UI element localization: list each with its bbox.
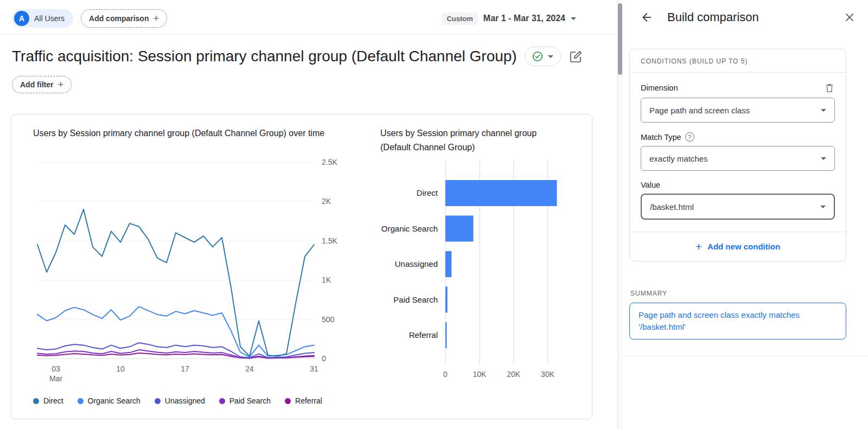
summary-chip: Page path and screen class exactly match…	[629, 303, 846, 340]
conditions-header: CONDITIONS (BUILD UP TO 5)	[630, 49, 846, 73]
line-chart-title: Users by Session primary channel group (…	[33, 126, 326, 140]
trash-icon[interactable]	[824, 82, 835, 93]
add-comparison-label: Add comparison	[89, 14, 149, 23]
bar-referral	[445, 322, 447, 348]
value-label: Value	[641, 181, 660, 189]
back-arrow-icon[interactable]	[640, 11, 653, 24]
y-axis-tick-label: 500	[322, 315, 335, 324]
page-title: Traffic acquisition: Session primary cha…	[12, 48, 517, 65]
legend-dot	[33, 398, 39, 404]
dimension-select-value: Page path and screen class	[649, 106, 750, 115]
x-axis-tick-label: 10	[116, 364, 125, 373]
legend-item: Paid Search	[219, 396, 271, 405]
x-axis-tick-label: 0	[443, 370, 448, 379]
x-axis-tick-label: 30K	[541, 370, 555, 379]
legend-label: Direct	[43, 396, 63, 405]
legend-dot	[285, 398, 291, 404]
bar-category-label: Paid Search	[393, 295, 438, 304]
x-axis-tick-label: 10K	[473, 370, 487, 379]
line-series-direct	[37, 209, 314, 356]
legend-item: Unassigned	[155, 396, 205, 405]
plus-icon: +	[153, 14, 159, 23]
bar-category-label: Organic Search	[381, 224, 438, 233]
data-quality-pill[interactable]	[525, 47, 561, 66]
y-axis-tick-label: 2.5K	[322, 158, 337, 167]
all-users-label: All Users	[34, 14, 65, 23]
bar-category-label: Referral	[409, 330, 438, 340]
main-report-area: A All Users Add comparison + Custom Mar …	[0, 0, 617, 429]
legend-label: Organic Search	[88, 396, 141, 405]
bar-organic-search	[445, 216, 474, 242]
x-axis-tick-sublabel: Mar	[49, 374, 62, 383]
y-axis-tick-label: 2K	[322, 197, 331, 206]
bar-category-label: Direct	[417, 188, 438, 197]
date-range-type-badge: Custom	[442, 12, 477, 25]
match-type-select-value: exactly matches	[649, 154, 708, 163]
date-range-picker[interactable]: Custom Mar 1 - Mar 31, 2024	[442, 12, 576, 25]
summary-header: SUMMARY	[630, 290, 667, 297]
conditions-card: CONDITIONS (BUILD UP TO 5) Dimension Pag…	[629, 49, 846, 261]
x-axis-tick-label: 24	[245, 364, 254, 373]
bar-chart-title: Users by Session primary channel group (…	[380, 126, 548, 155]
dimension-label: Dimension	[641, 84, 678, 92]
bar-unassigned	[445, 251, 451, 277]
line-series-organic-search	[37, 306, 314, 357]
plus-icon: +	[695, 241, 702, 252]
add-filter-label: Add filter	[20, 80, 53, 89]
plus-icon: +	[58, 80, 63, 89]
dimension-select[interactable]: Page path and screen class	[641, 98, 835, 123]
panel-header: Build comparison	[623, 0, 868, 35]
vertical-scrollbar-thumb[interactable]	[618, 3, 622, 75]
legend-label: Referral	[295, 396, 322, 405]
avatar: A	[14, 11, 29, 26]
charts-card: Users by Session primary channel group (…	[11, 114, 592, 419]
x-axis-tick-label: 17	[181, 364, 189, 373]
line-chart-svg: 05001K1.5K2K2.5K03Mar10172431	[33, 153, 359, 384]
chevron-down-icon	[821, 157, 826, 160]
y-axis-tick-label: 1K	[322, 276, 331, 284]
bar-chart-svg: 010K20K30KDirectOrganic SearchUnassigned…	[369, 152, 586, 380]
add-new-condition-button[interactable]: + Add new condition	[630, 232, 846, 261]
panel-title: Build comparison	[667, 10, 829, 24]
legend-item: Organic Search	[78, 396, 141, 405]
chevron-down-icon	[548, 55, 553, 58]
x-axis-tick-label: 20K	[507, 370, 521, 379]
bar-category-label: Unassigned	[395, 259, 438, 268]
y-axis-tick-label: 0	[322, 354, 326, 363]
match-type-select[interactable]: exactly matches	[641, 146, 835, 171]
add-comparison-button[interactable]: Add comparison +	[81, 9, 167, 28]
legend-dot	[219, 398, 225, 404]
legend-dot	[155, 398, 161, 404]
legend-item: Direct	[33, 396, 63, 405]
chevron-down-icon	[820, 206, 826, 208]
legend-dot	[78, 398, 84, 404]
chevron-down-icon	[821, 109, 826, 112]
panel-divider	[623, 356, 868, 356]
value-select-value: /basket.html	[650, 202, 694, 212]
add-filter-button[interactable]: Add filter +	[12, 76, 72, 93]
chevron-down-icon	[571, 17, 576, 20]
x-axis-tick-label: 03	[52, 364, 60, 373]
check-circle-icon	[532, 51, 543, 62]
add-new-condition-label: Add new condition	[707, 242, 780, 251]
legend-label: Paid Search	[229, 396, 271, 405]
value-select[interactable]: /basket.html	[641, 194, 835, 220]
date-range-text: Mar 1 - Mar 31, 2024	[483, 14, 565, 23]
line-chart-legend: DirectOrganic SearchUnassignedPaid Searc…	[33, 396, 322, 405]
match-type-label: Match Type	[641, 133, 681, 142]
y-axis-tick-label: 1.5K	[322, 236, 337, 245]
customize-report-icon[interactable]	[569, 49, 583, 64]
topbar-divider	[0, 34, 617, 35]
legend-item: Referral	[285, 396, 322, 405]
build-comparison-panel: Build comparison CONDITIONS (BUILD UP TO…	[623, 0, 868, 429]
x-axis-tick-label: 31	[310, 364, 318, 373]
close-icon[interactable]	[843, 11, 856, 24]
all-users-chip[interactable]: A All Users	[12, 9, 73, 28]
help-icon[interactable]: ?	[685, 132, 694, 142]
top-bar: A All Users Add comparison + Custom Mar …	[12, 9, 576, 28]
bar-paid-search	[445, 287, 448, 313]
bar-direct	[445, 180, 557, 206]
legend-label: Unassigned	[165, 396, 205, 405]
